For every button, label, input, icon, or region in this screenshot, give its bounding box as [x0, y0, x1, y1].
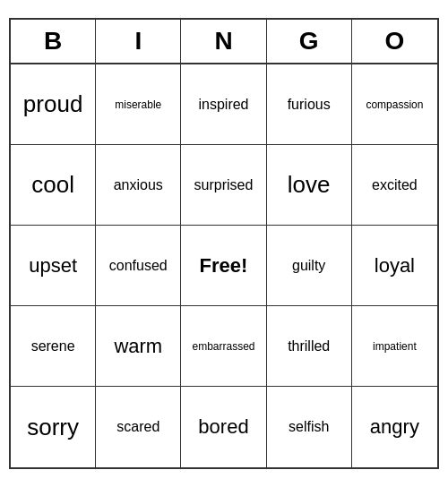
header-letter-i: I [96, 20, 181, 63]
cell-text-13: guilty [292, 258, 325, 274]
bingo-cell-22: bored [181, 387, 266, 467]
bingo-cell-18: thrilled [267, 306, 352, 387]
cell-text-18: thrilled [288, 338, 330, 355]
cell-text-17: embarrassed [192, 340, 254, 353]
cell-text-5: cool [31, 171, 74, 199]
header-letter-b: B [11, 20, 96, 63]
bingo-header: BINGO [11, 20, 437, 64]
bingo-cell-1: miserable [96, 64, 181, 145]
bingo-grid: proudmiserableinspiredfuriouscompassionc… [11, 64, 437, 467]
bingo-cell-8: love [267, 145, 352, 226]
cell-text-23: selfish [289, 419, 329, 435]
cell-text-12: Free! [200, 254, 248, 278]
cell-text-11: confused [109, 258, 168, 274]
header-letter-n: N [181, 20, 266, 63]
bingo-cell-15: serene [11, 306, 96, 387]
cell-text-6: anxious [114, 177, 163, 193]
cell-text-8: love [288, 171, 331, 199]
bingo-cell-12: Free! [181, 226, 266, 306]
cell-text-16: warm [114, 335, 162, 358]
cell-text-4: compassion [366, 98, 423, 111]
bingo-cell-14: loyal [352, 226, 437, 306]
bingo-cell-7: surprised [181, 145, 266, 226]
bingo-cell-10: upset [11, 226, 96, 306]
bingo-cell-19: impatient [352, 306, 437, 387]
bingo-cell-6: anxious [96, 145, 181, 226]
bingo-cell-17: embarrassed [181, 306, 266, 387]
bingo-cell-4: compassion [352, 64, 437, 145]
bingo-cell-11: confused [96, 226, 181, 306]
cell-text-7: surprised [194, 177, 254, 193]
bingo-card: BINGO proudmiserableinspiredfuriouscompa… [9, 18, 439, 469]
bingo-cell-0: proud [11, 64, 96, 145]
header-letter-o: O [352, 20, 437, 63]
bingo-cell-3: furious [267, 64, 352, 145]
cell-text-10: upset [29, 254, 77, 278]
cell-text-22: bored [198, 415, 248, 439]
cell-text-15: serene [31, 338, 75, 355]
bingo-cell-13: guilty [267, 226, 352, 306]
bingo-cell-2: inspired [181, 64, 266, 145]
cell-text-0: proud [23, 90, 83, 118]
cell-text-20: sorry [27, 414, 79, 441]
cell-text-14: loyal [375, 254, 415, 278]
cell-text-2: inspired [198, 97, 248, 113]
cell-text-24: angry [370, 415, 419, 439]
cell-text-1: miserable [115, 98, 161, 111]
cell-text-9: excited [372, 177, 418, 193]
bingo-cell-20: sorry [11, 387, 96, 467]
bingo-cell-16: warm [96, 306, 181, 387]
bingo-cell-21: scared [96, 387, 181, 467]
bingo-cell-9: excited [352, 145, 437, 226]
bingo-cell-5: cool [11, 145, 96, 226]
cell-text-3: furious [288, 97, 331, 113]
header-letter-g: G [267, 20, 352, 63]
bingo-cell-24: angry [352, 387, 437, 467]
cell-text-19: impatient [373, 340, 417, 353]
bingo-cell-23: selfish [267, 387, 352, 467]
cell-text-21: scared [116, 419, 159, 435]
